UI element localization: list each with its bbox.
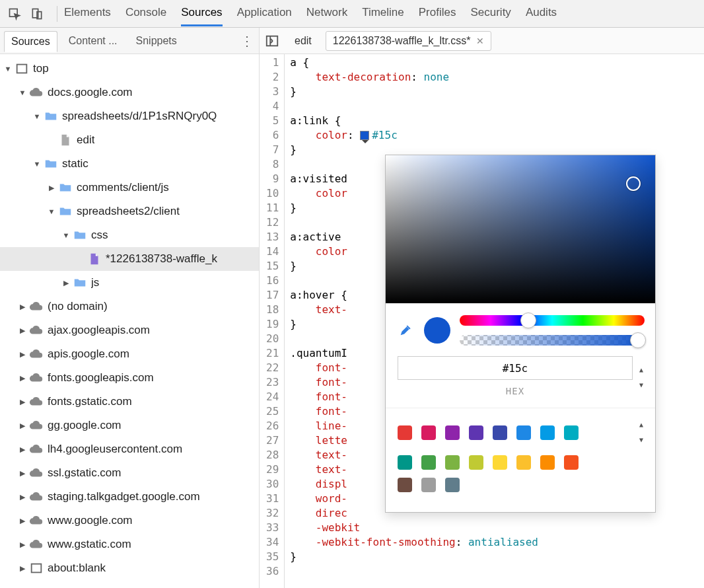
collapse-icon[interactable]: ▼ (32, 112, 42, 120)
expand-icon[interactable]: ▶ (17, 540, 28, 549)
color-swatch[interactable] (469, 455, 483, 470)
tree-item[interactable]: ▶about:blank (0, 556, 259, 580)
color-swatch[interactable] (564, 425, 579, 440)
collapse-icon[interactable]: ▼ (46, 207, 57, 215)
expand-icon[interactable]: ▶ (17, 422, 28, 430)
tree-item[interactable]: edit (0, 128, 259, 152)
panel-tab-timeline[interactable]: Timeline (362, 1, 404, 26)
navigator-tab-2[interactable]: Snippets (129, 30, 184, 52)
code-editor[interactable]: 1234567891011121314151617181920212223242… (260, 54, 704, 588)
color-swatch[interactable] (421, 425, 436, 440)
tree-item[interactable]: ▼spreadsheets2/client (0, 200, 259, 223)
expand-icon[interactable]: ▶ (17, 303, 28, 311)
tree-item[interactable]: ▶fonts.googleapis.com (0, 366, 259, 390)
color-swatch[interactable] (398, 425, 412, 440)
tree-item[interactable]: ▶fonts.gstatic.com (0, 390, 259, 414)
color-mode-toggle[interactable]: ▲▼ (639, 363, 643, 392)
collapse-icon[interactable]: ▼ (32, 160, 42, 168)
svg-rect-3 (17, 65, 27, 73)
alpha-slider[interactable] (460, 335, 645, 346)
tree-item[interactable]: ▶comments/client/js (0, 176, 259, 200)
tree-item[interactable]: ▶lh4.googleusercontent.com (0, 437, 259, 461)
tree-item[interactable]: ▼docs.google.com (0, 81, 259, 104)
color-swatch[interactable] (421, 478, 436, 492)
expand-icon[interactable]: ▶ (17, 493, 28, 501)
panel-tab-audits[interactable]: Audits (526, 1, 557, 26)
tree-item[interactable]: ▶ajax.googleapis.com (0, 318, 259, 342)
navigator-tab-0[interactable]: Sources (4, 31, 57, 52)
panel-tab-console[interactable]: Console (125, 1, 166, 26)
color-swatch[interactable] (469, 425, 483, 440)
tree-item[interactable]: ▼css (0, 223, 259, 247)
inspect-icon[interactable] (5, 5, 24, 23)
file-tab[interactable]: 1226138738-waffle_k_ltr.css*✕ (326, 31, 491, 51)
device-toggle-icon[interactable] (28, 5, 46, 23)
color-swatch[interactable] (398, 455, 412, 470)
eyedropper-icon[interactable] (396, 321, 415, 340)
panel-tab-network[interactable]: Network (306, 1, 347, 26)
toggle-navigator-icon[interactable] (264, 32, 281, 50)
tree-item[interactable]: ▼spreadsheets/d/1P1sRNQry0Q (0, 104, 259, 128)
collapse-icon[interactable]: ▼ (61, 231, 71, 239)
color-gradient[interactable] (386, 155, 655, 303)
panel-tab-elements[interactable]: Elements (64, 1, 111, 26)
tree-item[interactable]: ▶gg.google.com (0, 414, 259, 437)
tree-item[interactable]: ▶www.gstatic.com (0, 533, 259, 556)
inline-color-swatch[interactable] (360, 131, 369, 140)
expand-icon[interactable]: ▶ (17, 517, 28, 525)
tree-label: apis.google.com (48, 348, 129, 361)
color-swatch[interactable] (398, 478, 412, 492)
tree-item[interactable]: ▶ssl.gstatic.com (0, 461, 259, 485)
expand-icon[interactable]: ▶ (17, 469, 28, 478)
color-swatch[interactable] (540, 425, 555, 440)
panel-tab-security[interactable]: Security (470, 1, 510, 26)
expand-icon[interactable]: ▶ (17, 350, 28, 359)
expand-icon[interactable]: ▶ (17, 326, 28, 335)
color-swatch[interactable] (445, 455, 460, 470)
hue-slider[interactable] (460, 315, 645, 326)
panel-tab-profiles[interactable]: Profiles (419, 1, 456, 26)
color-swatch[interactable] (564, 455, 579, 470)
expand-icon[interactable]: ▶ (17, 445, 28, 454)
close-icon[interactable]: ✕ (476, 36, 484, 46)
color-picker[interactable]: HEX ▲▼ ▲▼ (385, 155, 656, 513)
color-swatch[interactable] (493, 425, 507, 440)
expand-icon[interactable]: ▶ (17, 374, 28, 383)
tree-label: about:blank (48, 562, 106, 575)
color-swatch[interactable] (516, 455, 531, 470)
tree-item[interactable]: ▶(no domain) (0, 295, 259, 318)
color-swatch[interactable] (516, 425, 531, 440)
collapse-icon[interactable]: ▼ (3, 65, 13, 73)
panel-tab-application[interactable]: Application (237, 1, 292, 26)
navigator-tab-1[interactable]: Content ... (61, 30, 125, 52)
gradient-cursor[interactable] (626, 176, 641, 191)
panel-tab-sources[interactable]: Sources (181, 1, 222, 26)
tree-item[interactable]: ▼top (0, 57, 259, 81)
expand-icon[interactable]: ▶ (17, 564, 28, 573)
color-value-input[interactable] (398, 356, 633, 380)
tree-item[interactable]: ▶js (0, 271, 259, 295)
color-swatch[interactable] (540, 455, 555, 470)
expand-icon[interactable]: ▶ (17, 398, 28, 406)
alpha-thumb[interactable] (630, 332, 646, 348)
expand-icon[interactable]: ▶ (61, 279, 71, 287)
color-swatch[interactable] (493, 455, 507, 470)
color-swatch[interactable] (445, 425, 460, 440)
tree-label: comments/client/js (77, 181, 169, 194)
tree-item[interactable]: ▶apis.google.com (0, 342, 259, 366)
swatch-expand-icon[interactable]: ▲▼ (639, 418, 643, 447)
collapse-icon[interactable]: ▼ (17, 89, 28, 96)
tree-item[interactable]: ▼static (0, 152, 259, 176)
tree-item[interactable]: *1226138738-waffle_k (0, 247, 259, 271)
expand-icon[interactable]: ▶ (46, 184, 57, 192)
file-tree[interactable]: ▼top▼docs.google.com▼spreadsheets/d/1P1s… (0, 54, 259, 588)
navigator-more-icon[interactable]: ⋮ (239, 33, 255, 49)
tree-item[interactable]: ▶staging.talkgadget.google.com (0, 485, 259, 509)
color-swatch[interactable] (445, 478, 460, 492)
hue-thumb[interactable] (520, 312, 536, 328)
file-tab[interactable]: edit (287, 31, 319, 51)
tree-item[interactable]: ▶www.google.com (0, 509, 259, 533)
frame-icon (29, 561, 44, 575)
swatch-palette: ▲▼ (386, 408, 655, 512)
color-swatch[interactable] (421, 455, 436, 470)
